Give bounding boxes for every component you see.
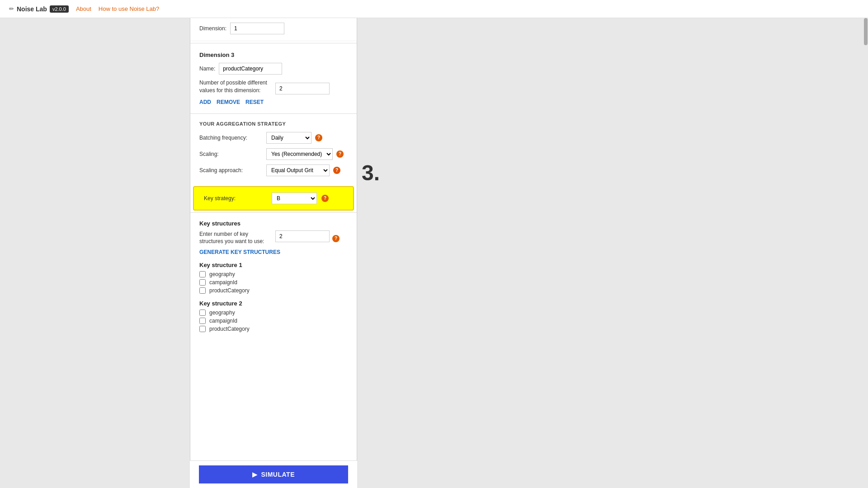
dimension3-name-input[interactable] <box>219 63 282 75</box>
brand-name: Noise Lab <box>17 5 47 13</box>
ks1-productcategory-row: productCategory <box>199 287 348 294</box>
ks1-campaignid-checkbox[interactable] <box>199 279 206 286</box>
batching-row: Batching frequency: Daily Weekly Monthly… <box>199 132 348 144</box>
reset-link[interactable]: RESET <box>245 99 264 105</box>
batching-help-icon[interactable]: ? <box>315 134 322 141</box>
dimension3-name-row: Name: <box>199 63 348 75</box>
ks2-geography-row: geography <box>199 310 348 316</box>
ks2-geography-checkbox[interactable] <box>199 310 206 316</box>
simulate-bar: ▶ SIMULATE <box>190 460 357 488</box>
divider-2 <box>190 113 357 114</box>
key-structures-title: Key structures <box>199 220 348 227</box>
key-strategy-help-icon[interactable]: ? <box>321 195 329 202</box>
generate-link[interactable]: GENERATE KEY STRUCTURES <box>199 249 348 255</box>
scaling-approach-label: Scaling approach: <box>199 167 263 174</box>
version-badge: v2.0.0 <box>50 5 69 13</box>
scaling-row: Scaling: Yes (Recommended) No ? <box>199 148 348 160</box>
scaling-select[interactable]: Yes (Recommended) No <box>266 148 333 160</box>
pencil-icon: ✏ <box>9 5 14 12</box>
ks2-geography-label: geography <box>209 310 235 316</box>
scaling-approach-select[interactable]: Equal Output Grit <box>266 164 330 176</box>
ks1-geography-row: geography <box>199 271 348 277</box>
key-structure-2-block: Key structure 2 geography campaignId pro… <box>199 300 348 332</box>
scrollbar-thumb[interactable] <box>864 18 868 45</box>
scaling-help-icon[interactable]: ? <box>336 150 344 158</box>
scaling-approach-help-icon[interactable]: ? <box>333 167 340 174</box>
simulate-label: SIMULATE <box>261 471 295 478</box>
dimension3-title: Dimension 3 <box>199 52 348 58</box>
remove-link[interactable]: REMOVE <box>217 99 240 105</box>
dimension-partial-input[interactable] <box>230 23 284 34</box>
divider-3 <box>190 212 357 213</box>
dimension-partial-label: Dimension: <box>199 25 226 32</box>
ks1-geography-checkbox[interactable] <box>199 271 206 277</box>
add-link[interactable]: ADD <box>199 99 211 105</box>
batching-label: Batching frequency: <box>199 135 263 141</box>
key-structures-section: Key structures Enter number of key struc… <box>190 215 357 344</box>
dimension3-name-label: Name: <box>199 66 215 72</box>
brand-container: ✏ Noise Lab v2.0.0 <box>9 5 69 13</box>
page-wrapper: ✏ Noise Lab v2.0.0 About How to use Nois… <box>0 0 868 488</box>
bottom-spacer <box>190 344 357 371</box>
key-count-help-icon[interactable]: ? <box>332 235 340 242</box>
divider-1 <box>190 43 357 43</box>
ks1-geography-label: geography <box>209 271 235 277</box>
key-count-desc: Enter number of key structures you want … <box>199 230 272 246</box>
aggregation-title: YOUR AGGREGATION STRATEGY <box>199 121 348 127</box>
ks1-campaignid-row: campaignId <box>199 279 348 286</box>
key-strategy-row: Key strategy: A B C ? <box>194 187 353 210</box>
simulate-play-icon: ▶ <box>252 471 258 478</box>
batching-select[interactable]: Daily Weekly Monthly <box>266 132 311 144</box>
about-link[interactable]: About <box>76 5 91 12</box>
key-count-input[interactable] <box>275 230 330 242</box>
scaling-label: Scaling: <box>199 151 263 157</box>
dimension3-count-label: Number of possible different values for … <box>199 79 272 94</box>
ks2-campaignid-checkbox[interactable] <box>199 318 206 324</box>
how-to-link[interactable]: How to use Noise Lab? <box>99 5 159 12</box>
navbar: ✏ Noise Lab v2.0.0 About How to use Nois… <box>0 0 868 18</box>
key-strategy-label: Key strategy: <box>204 195 267 202</box>
ks1-campaignid-label: campaignId <box>209 279 237 286</box>
scaling-approach-row: Scaling approach: Equal Output Grit ? <box>199 164 348 176</box>
key-count-row: Enter number of key structures you want … <box>199 230 348 246</box>
ks2-campaignid-label: campaignId <box>209 318 237 324</box>
action-links: ADD REMOVE RESET <box>199 99 348 105</box>
key-structure-2-title: Key structure 2 <box>199 300 348 307</box>
scroll-area[interactable]: Dimension: Dimension 3 Name: Number of p… <box>190 18 357 488</box>
top-partial-section: Dimension: <box>190 18 357 41</box>
step-annotation: 3. <box>362 160 380 185</box>
aggregation-section: YOUR AGGREGATION STRATEGY Batching frequ… <box>190 116 357 186</box>
main-panel: Dimension: Dimension 3 Name: Number of p… <box>190 18 357 488</box>
key-structure-1-block: Key structure 1 geography campaignId pro… <box>199 262 348 294</box>
dimension3-count-input[interactable] <box>275 83 330 94</box>
ks2-productcategory-checkbox[interactable] <box>199 326 206 332</box>
key-structure-1-title: Key structure 1 <box>199 262 348 268</box>
ks2-campaignid-row: campaignId <box>199 318 348 324</box>
dimension3-section: Dimension 3 Name: Number of possible dif… <box>190 45 357 112</box>
ks2-productcategory-row: productCategory <box>199 326 348 332</box>
dimension3-count-row: Number of possible different values for … <box>199 79 348 94</box>
simulate-button[interactable]: ▶ SIMULATE <box>199 465 348 483</box>
key-strategy-select[interactable]: A B C <box>272 192 317 204</box>
ks1-productcategory-label: productCategory <box>209 287 250 294</box>
ks1-productcategory-checkbox[interactable] <box>199 287 206 294</box>
ks2-productcategory-label: productCategory <box>209 326 250 332</box>
